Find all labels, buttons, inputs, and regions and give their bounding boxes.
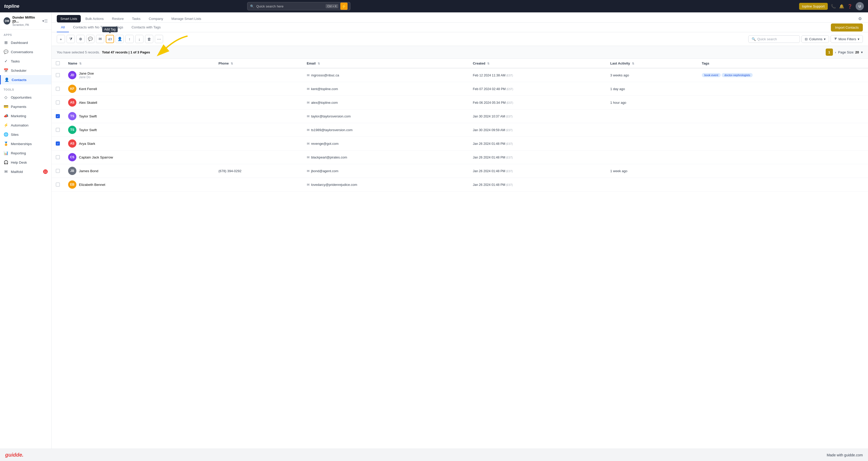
contact-name-cell[interactable]: CS Captain Jack Sparrow xyxy=(64,151,214,164)
tab-manage-smart-lists[interactable]: Manage Smart Lists xyxy=(168,15,205,23)
contact-created-cell: Jan 30 2024 10:37 AM(EST) xyxy=(469,110,606,123)
tab-smart-lists[interactable]: Smart Lists xyxy=(57,15,81,23)
row-checkbox[interactable] xyxy=(56,183,60,187)
select-all-checkbox[interactable] xyxy=(56,61,60,65)
support-button[interactable]: topline Support xyxy=(799,3,828,10)
table-search[interactable]: 🔍 Quick search xyxy=(748,35,800,43)
export-button[interactable]: ↑ xyxy=(125,35,134,43)
user-avatar[interactable]: U xyxy=(856,2,864,10)
sms-button[interactable]: 💬 xyxy=(86,35,94,43)
payments-icon: 💳 xyxy=(4,104,8,109)
sidebar-item-scheduler[interactable]: 📅 Scheduler xyxy=(0,66,51,75)
tab-company[interactable]: Company xyxy=(145,15,167,23)
bell-icon[interactable]: 🔔 xyxy=(839,4,844,9)
contact-name-cell[interactable]: KF Kent Ferrell xyxy=(64,82,214,96)
add-tag-button[interactable]: 🏷 xyxy=(106,35,114,43)
sub-tab-all[interactable]: All xyxy=(57,23,69,32)
tab-tasks[interactable]: Tasks xyxy=(128,15,144,23)
sub-tab-with-tags[interactable]: Contacts with Tags xyxy=(127,23,165,32)
total-records-text: Total 47 records | 1 of 3 Pages xyxy=(102,50,150,54)
chevron-down-icon: ▾ xyxy=(858,37,860,41)
sidebar-item-opportunities[interactable]: ◇ Opportunities xyxy=(0,93,51,102)
timezone-badge: (EST) xyxy=(506,184,513,186)
more-filters-button[interactable]: ⧩ More Filters ▾ xyxy=(831,35,863,43)
sidebar-item-automation[interactable]: ⚡ Automation xyxy=(0,121,51,130)
global-search[interactable]: 🔍 Quick search here Ctrl + K ⚡ xyxy=(247,2,350,10)
contact-name-cell[interactable]: AS Arya Stark xyxy=(64,137,214,151)
search-label: Quick search xyxy=(757,37,777,41)
contact-email-cell[interactable]: ✉kent@topline.com xyxy=(303,82,469,96)
contact-name: James Bond xyxy=(79,169,98,173)
sidebar-item-memberships[interactable]: 🏅 Memberships xyxy=(0,139,51,148)
more-button[interactable]: ⋯ xyxy=(155,35,163,43)
org-selector[interactable]: DM Dunder Mifflin [D... Scranton, PA ▾ xyxy=(4,16,44,26)
sidebar-item-payments[interactable]: 💳 Payments xyxy=(0,102,51,111)
email-button[interactable]: ✉ xyxy=(96,35,104,43)
row-checkbox[interactable]: ✓ xyxy=(56,142,60,146)
sidebar-item-mailfold[interactable]: ✉ Mailfold 11 xyxy=(0,167,51,176)
contact-name-cell[interactable]: JB James Bond xyxy=(64,164,214,178)
row-checkbox[interactable] xyxy=(56,155,60,159)
assign-button[interactable]: 👤 xyxy=(116,35,124,43)
tag-pill[interactable]: doctor-nephrologists xyxy=(722,73,753,77)
contact-name-cell[interactable]: EB Elizabeth Bennet xyxy=(64,178,214,191)
contact-email-cell[interactable]: ✉mgrosso@nbuc.ca xyxy=(303,68,469,82)
contact-email-cell[interactable]: ✉alex@topline.com xyxy=(303,96,469,110)
import-contacts-button[interactable]: Import Contacts xyxy=(831,24,863,31)
help-icon[interactable]: ❓ xyxy=(847,4,852,9)
tab-bulk-actions[interactable]: Bulk Actions xyxy=(82,15,107,23)
page-size-dropdown-icon[interactable]: ▾ xyxy=(861,50,863,54)
delete-button[interactable]: 🗑 xyxy=(145,35,153,43)
phone-icon[interactable]: 📞 xyxy=(831,4,836,9)
contact-name-cell[interactable]: TS Taylor Swift xyxy=(64,110,214,123)
filter-button[interactable]: ⧩ xyxy=(67,35,75,43)
sidebar-item-sites[interactable]: 🌐 Sites xyxy=(0,130,51,139)
col-name[interactable]: Name ⇅ xyxy=(64,59,214,68)
contact-email-cell[interactable]: ✉jbond@agent.com xyxy=(303,164,469,178)
row-checkbox[interactable] xyxy=(56,73,60,77)
contact-created-cell: Jan 26 2024 01:48 PM(EST) xyxy=(469,178,606,191)
sidebar-item-reporting[interactable]: 📊 Reporting xyxy=(0,148,51,158)
contact-email-cell[interactable]: ✉lovedarcy@pridenrejudice.com xyxy=(303,178,469,191)
col-phone[interactable]: Phone ⇅ xyxy=(214,59,303,68)
col-email[interactable]: Email ⇅ xyxy=(303,59,469,68)
sidebar-item-contacts[interactable]: 👤 Contacts xyxy=(0,75,51,84)
contact-email-cell[interactable]: ✉blackpearl@pirates.com xyxy=(303,151,469,164)
contact-name-cell[interactable]: AS Alex Skatell xyxy=(64,96,214,110)
table-header: Name ⇅ Phone ⇅ Email ⇅ Created ⇅ Last Ac… xyxy=(52,59,868,68)
contact-created-cell: Feb 12 2024 11:38 AM(EST) xyxy=(469,68,606,82)
contact-created-cell: Feb 07 2024 02:48 PM(EST) xyxy=(469,82,606,96)
lightning-icon[interactable]: ⚡ xyxy=(340,3,347,10)
sidebar-collapse-icon[interactable]: ☰ xyxy=(44,19,48,24)
contact-name-cell[interactable]: JD Jane Doe Jane Do xyxy=(64,68,214,82)
tag-pill[interactable]: book event xyxy=(702,73,721,77)
tab-restore[interactable]: Restore xyxy=(108,15,127,23)
contact-email-cell[interactable]: ✉revenge@got.com xyxy=(303,137,469,151)
row-checkbox[interactable] xyxy=(56,87,60,91)
row-checkbox[interactable] xyxy=(56,169,60,173)
add-contact-button[interactable]: + xyxy=(57,35,65,43)
contact-activity-cell: 1 hour ago xyxy=(606,96,698,110)
sidebar-item-tasks[interactable]: ✓ Tasks xyxy=(0,57,51,66)
row-checkbox[interactable] xyxy=(56,128,60,132)
table-row: KF Kent Ferrell ✉kent@topline.comFeb 07 … xyxy=(52,82,868,96)
contact-email-cell[interactable]: ✉taylor@taylorsversion.com xyxy=(303,110,469,123)
sidebar-item-dashboard[interactable]: ⊞ Dashboard xyxy=(0,38,51,47)
row-checkbox[interactable]: ✓ xyxy=(56,114,60,118)
chevron-down-icon[interactable]: ▾ xyxy=(42,19,44,23)
upload-button[interactable]: ↓ xyxy=(135,35,144,43)
columns-button[interactable]: ⊟ Columns ▾ xyxy=(801,35,829,43)
sidebar-item-help-desk[interactable]: 🎧 Help Desk xyxy=(0,158,51,167)
contact-email-cell[interactable]: ✉ts1989@taylorsversion.com xyxy=(303,123,469,137)
merge-button[interactable]: ⊕ xyxy=(76,35,85,43)
row-checkbox[interactable] xyxy=(56,100,60,104)
col-last-activity[interactable]: Last Activity ⇅ xyxy=(606,59,698,68)
contact-name-cell[interactable]: TS Taylor Swift xyxy=(64,123,214,137)
contact-name: Kent Ferrell xyxy=(79,87,97,91)
sidebar-item-conversations[interactable]: 💬 Conversations xyxy=(0,47,51,57)
col-tags[interactable]: Tags xyxy=(698,59,868,68)
settings-icon[interactable]: ⚙ xyxy=(857,15,863,22)
next-page-icon[interactable]: › xyxy=(835,50,836,54)
sidebar-item-marketing[interactable]: 📣 Marketing xyxy=(0,111,51,121)
col-created[interactable]: Created ⇅ xyxy=(469,59,606,68)
